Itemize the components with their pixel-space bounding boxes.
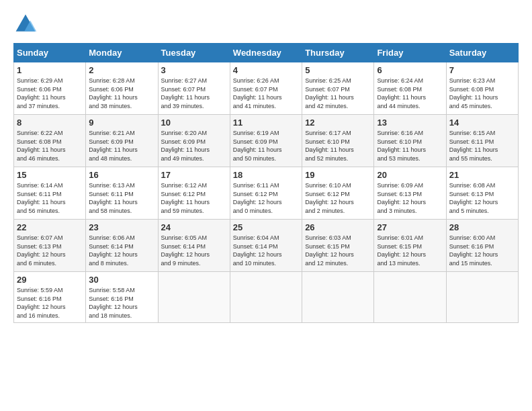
calendar-cell xyxy=(446,272,518,323)
day-number: 16 xyxy=(89,170,154,180)
day-info: Sunrise: 6:08 AM Sunset: 6:13 PM Dayligh… xyxy=(449,181,515,215)
day-info: Sunrise: 6:05 AM Sunset: 6:14 PM Dayligh… xyxy=(161,234,227,267)
day-number: 19 xyxy=(305,170,371,180)
calendar-cell: 19Sunrise: 6:10 AM Sunset: 6:12 PM Dayli… xyxy=(302,167,374,220)
day-number: 6 xyxy=(377,65,443,75)
day-info: Sunrise: 6:09 AM Sunset: 6:13 PM Dayligh… xyxy=(377,181,443,215)
day-number: 7 xyxy=(449,65,515,75)
calendar-cell: 17Sunrise: 6:12 AM Sunset: 6:12 PM Dayli… xyxy=(158,167,230,220)
calendar-cell: 15Sunrise: 6:14 AM Sunset: 6:11 PM Dayli… xyxy=(14,167,86,220)
day-info: Sunrise: 6:23 AM Sunset: 6:08 PM Dayligh… xyxy=(449,77,515,110)
day-info: Sunrise: 6:15 AM Sunset: 6:11 PM Dayligh… xyxy=(449,129,515,163)
page-container: SundayMondayTuesdayWednesdayThursdayFrid… xyxy=(0,0,532,330)
day-info: Sunrise: 6:29 AM Sunset: 6:06 PM Dayligh… xyxy=(17,77,83,110)
weekday-header-sunday: Sunday xyxy=(14,44,86,62)
weekday-header-tuesday: Tuesday xyxy=(158,44,230,62)
day-number: 2 xyxy=(89,65,154,75)
day-info: Sunrise: 6:19 AM Sunset: 6:09 PM Dayligh… xyxy=(233,129,299,163)
day-number: 26 xyxy=(305,222,371,232)
day-number: 23 xyxy=(89,222,154,232)
day-info: Sunrise: 6:10 AM Sunset: 6:12 PM Dayligh… xyxy=(305,181,371,215)
calendar-week-row: 29Sunrise: 5:59 AM Sunset: 6:16 PM Dayli… xyxy=(14,272,519,323)
day-info: Sunrise: 6:25 AM Sunset: 6:07 PM Dayligh… xyxy=(305,77,371,110)
calendar-cell: 8Sunrise: 6:22 AM Sunset: 6:08 PM Daylig… xyxy=(14,115,86,167)
calendar-cell xyxy=(374,272,446,323)
calendar-cell: 21Sunrise: 6:08 AM Sunset: 6:13 PM Dayli… xyxy=(446,167,518,220)
day-info: Sunrise: 6:11 AM Sunset: 6:12 PM Dayligh… xyxy=(233,181,299,215)
day-number: 3 xyxy=(161,65,227,75)
calendar-table: SundayMondayTuesdayWednesdayThursdayFrid… xyxy=(13,43,519,323)
day-info: Sunrise: 6:27 AM Sunset: 6:07 PM Dayligh… xyxy=(161,77,227,110)
day-info: Sunrise: 6:21 AM Sunset: 6:09 PM Dayligh… xyxy=(89,129,154,163)
day-info: Sunrise: 5:58 AM Sunset: 6:16 PM Dayligh… xyxy=(89,286,154,320)
logo xyxy=(13,12,40,36)
calendar-cell: 24Sunrise: 6:05 AM Sunset: 6:14 PM Dayli… xyxy=(158,220,230,272)
weekday-header-row: SundayMondayTuesdayWednesdayThursdayFrid… xyxy=(14,44,519,62)
day-number: 21 xyxy=(449,170,515,180)
day-number: 17 xyxy=(161,170,227,180)
calendar-cell: 29Sunrise: 5:59 AM Sunset: 6:16 PM Dayli… xyxy=(14,272,86,323)
day-number: 20 xyxy=(377,170,443,180)
calendar-cell: 7Sunrise: 6:23 AM Sunset: 6:08 PM Daylig… xyxy=(446,62,518,115)
day-number: 1 xyxy=(17,65,83,75)
calendar-cell xyxy=(302,272,374,323)
day-number: 9 xyxy=(89,118,154,128)
calendar-cell: 2Sunrise: 6:28 AM Sunset: 6:06 PM Daylig… xyxy=(86,62,158,115)
day-number: 14 xyxy=(449,118,515,128)
day-number: 4 xyxy=(233,65,299,75)
calendar-cell: 5Sunrise: 6:25 AM Sunset: 6:07 PM Daylig… xyxy=(302,62,374,115)
day-number: 25 xyxy=(233,222,299,232)
day-info: Sunrise: 5:59 AM Sunset: 6:16 PM Dayligh… xyxy=(17,286,83,320)
day-info: Sunrise: 6:03 AM Sunset: 6:15 PM Dayligh… xyxy=(305,234,371,267)
calendar-cell: 16Sunrise: 6:13 AM Sunset: 6:11 PM Dayli… xyxy=(86,167,158,220)
weekday-header-wednesday: Wednesday xyxy=(230,44,302,62)
calendar-cell: 23Sunrise: 6:06 AM Sunset: 6:14 PM Dayli… xyxy=(86,220,158,272)
calendar-cell: 13Sunrise: 6:16 AM Sunset: 6:10 PM Dayli… xyxy=(374,115,446,167)
day-info: Sunrise: 6:17 AM Sunset: 6:10 PM Dayligh… xyxy=(305,129,371,163)
calendar-cell: 25Sunrise: 6:04 AM Sunset: 6:14 PM Dayli… xyxy=(230,220,302,272)
day-number: 15 xyxy=(17,170,83,180)
calendar-cell: 20Sunrise: 6:09 AM Sunset: 6:13 PM Dayli… xyxy=(374,167,446,220)
calendar-week-row: 22Sunrise: 6:07 AM Sunset: 6:13 PM Dayli… xyxy=(14,220,519,272)
day-number: 28 xyxy=(449,222,515,232)
day-info: Sunrise: 6:13 AM Sunset: 6:11 PM Dayligh… xyxy=(89,181,154,215)
calendar-cell xyxy=(158,272,230,323)
day-info: Sunrise: 6:26 AM Sunset: 6:07 PM Dayligh… xyxy=(233,77,299,110)
calendar-cell: 4Sunrise: 6:26 AM Sunset: 6:07 PM Daylig… xyxy=(230,62,302,115)
day-number: 10 xyxy=(161,118,227,128)
calendar-cell: 12Sunrise: 6:17 AM Sunset: 6:10 PM Dayli… xyxy=(302,115,374,167)
day-info: Sunrise: 6:01 AM Sunset: 6:15 PM Dayligh… xyxy=(377,234,443,267)
calendar-cell xyxy=(230,272,302,323)
day-info: Sunrise: 6:28 AM Sunset: 6:06 PM Dayligh… xyxy=(89,77,154,110)
day-info: Sunrise: 6:06 AM Sunset: 6:14 PM Dayligh… xyxy=(89,234,154,267)
calendar-cell: 10Sunrise: 6:20 AM Sunset: 6:09 PM Dayli… xyxy=(158,115,230,167)
day-number: 5 xyxy=(305,65,371,75)
weekday-header-thursday: Thursday xyxy=(302,44,374,62)
day-info: Sunrise: 6:07 AM Sunset: 6:13 PM Dayligh… xyxy=(17,234,83,267)
day-info: Sunrise: 6:12 AM Sunset: 6:12 PM Dayligh… xyxy=(161,181,227,215)
day-info: Sunrise: 6:16 AM Sunset: 6:10 PM Dayligh… xyxy=(377,129,443,163)
calendar-cell: 14Sunrise: 6:15 AM Sunset: 6:11 PM Dayli… xyxy=(446,115,518,167)
calendar-cell: 9Sunrise: 6:21 AM Sunset: 6:09 PM Daylig… xyxy=(86,115,158,167)
day-number: 24 xyxy=(161,222,227,232)
day-number: 11 xyxy=(233,118,299,128)
day-number: 8 xyxy=(17,118,83,128)
day-number: 13 xyxy=(377,118,443,128)
day-info: Sunrise: 6:24 AM Sunset: 6:08 PM Dayligh… xyxy=(377,77,443,110)
day-info: Sunrise: 6:14 AM Sunset: 6:11 PM Dayligh… xyxy=(17,181,83,215)
day-info: Sunrise: 6:04 AM Sunset: 6:14 PM Dayligh… xyxy=(233,234,299,267)
weekday-header-friday: Friday xyxy=(374,44,446,62)
calendar-week-row: 1Sunrise: 6:29 AM Sunset: 6:06 PM Daylig… xyxy=(14,62,519,115)
calendar-cell: 1Sunrise: 6:29 AM Sunset: 6:06 PM Daylig… xyxy=(14,62,86,115)
calendar-cell: 3Sunrise: 6:27 AM Sunset: 6:07 PM Daylig… xyxy=(158,62,230,115)
day-info: Sunrise: 6:00 AM Sunset: 6:16 PM Dayligh… xyxy=(449,234,515,267)
calendar-cell: 6Sunrise: 6:24 AM Sunset: 6:08 PM Daylig… xyxy=(374,62,446,115)
calendar-week-row: 15Sunrise: 6:14 AM Sunset: 6:11 PM Dayli… xyxy=(14,167,519,220)
calendar-cell: 22Sunrise: 6:07 AM Sunset: 6:13 PM Dayli… xyxy=(14,220,86,272)
day-number: 29 xyxy=(17,275,83,285)
calendar-cell: 26Sunrise: 6:03 AM Sunset: 6:15 PM Dayli… xyxy=(302,220,374,272)
calendar-cell: 27Sunrise: 6:01 AM Sunset: 6:15 PM Dayli… xyxy=(374,220,446,272)
header xyxy=(13,12,519,36)
day-number: 12 xyxy=(305,118,371,128)
weekday-header-saturday: Saturday xyxy=(446,44,518,62)
